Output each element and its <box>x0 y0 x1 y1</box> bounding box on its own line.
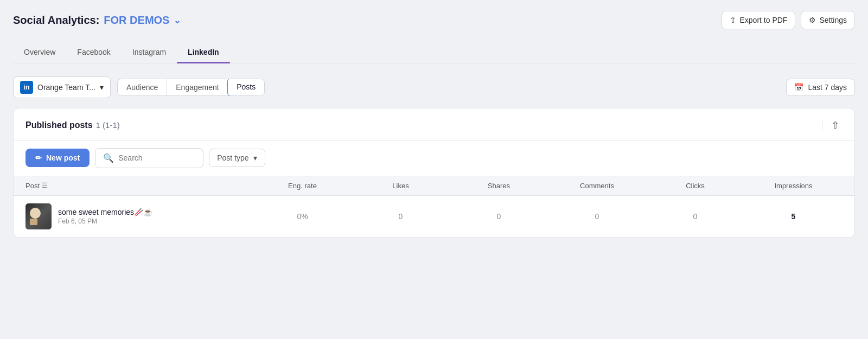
post-thumbnail-inner <box>25 203 52 229</box>
post-info: some sweet memories🥢☕ Feb 6, 05 PM <box>58 208 152 225</box>
post-cell: some sweet memories🥢☕ Feb 6, 05 PM <box>25 203 253 229</box>
upload-icon: ⇧ <box>730 16 736 24</box>
col-post-label: Post <box>25 182 40 190</box>
col-clicks-label: Clicks <box>686 182 705 190</box>
post-type-dropdown[interactable]: Post type ▾ <box>209 149 265 167</box>
segment-tab-audience[interactable]: Audience <box>118 79 167 95</box>
new-post-button[interactable]: ✏ New post <box>25 149 90 167</box>
col-eng-rate-label: Eng. rate <box>288 182 317 190</box>
card-title-text: Published posts <box>25 120 93 130</box>
chevron-down-icon: ▾ <box>253 153 257 162</box>
filter-icon[interactable]: ☰ <box>42 182 48 189</box>
col-post: Post ☰ <box>25 182 253 190</box>
post-title: some sweet memories🥢☕ <box>58 208 152 216</box>
calendar-icon: 📅 <box>794 83 803 92</box>
new-post-label: New post <box>46 153 80 162</box>
posts-toolbar: ✏ New post 🔍 Post type ▾ <box>14 140 854 176</box>
linkedin-logo-icon: in <box>20 81 33 94</box>
col-eng-rate: Eng. rate <box>253 182 352 190</box>
cell-likes: 0 <box>352 212 450 221</box>
export-pdf-label: Export to PDF <box>739 16 787 24</box>
account-name: Orange Team T... <box>37 83 95 92</box>
cell-impressions: 5 <box>744 212 843 221</box>
cell-clicks: 0 <box>646 212 744 221</box>
page-title: Social Analytics: FOR DEMOS ⌄ <box>13 14 181 27</box>
pencil-icon: ✏ <box>35 153 42 162</box>
account-selector[interactable]: in Orange Team T... ▾ <box>13 76 111 98</box>
table-header: Post ☰ Eng. rate Likes Shares Comments C… <box>14 176 854 196</box>
col-impressions-label: Impressions <box>774 182 812 190</box>
card-export-button[interactable]: ⇧ <box>828 118 843 132</box>
divider <box>822 119 822 131</box>
search-input-wrap[interactable]: 🔍 <box>95 148 203 168</box>
cell-shares: 0 <box>450 212 548 221</box>
tab-instagram[interactable]: Instagram <box>122 42 177 63</box>
date-range-label: Last 7 days <box>808 83 847 92</box>
cell-comments: 0 <box>548 212 646 221</box>
brand-name: FOR DEMOS <box>104 14 169 27</box>
post-thumbnail <box>25 203 52 229</box>
export-pdf-button[interactable]: ⇧ Export to PDF <box>722 11 795 29</box>
tab-facebook[interactable]: Facebook <box>66 42 121 63</box>
col-shares-label: Shares <box>488 182 510 190</box>
title-static: Social Analytics: <box>13 14 99 27</box>
sub-header-left: in Orange Team T... ▾ Audience Engagemen… <box>13 76 265 98</box>
col-likes-label: Likes <box>392 182 409 190</box>
card-title: Published posts 1 (1-1) <box>25 120 120 130</box>
col-shares: Shares <box>450 182 548 190</box>
tab-linkedin[interactable]: LinkedIn <box>177 42 230 63</box>
thumbnail-mug <box>30 219 37 225</box>
segment-tab-posts[interactable]: Posts <box>227 79 265 96</box>
published-posts-card: Published posts 1 (1-1) ⇧ ✏ New post 🔍 P… <box>13 108 855 238</box>
chevron-down-icon: ▾ <box>100 83 104 92</box>
segment-tabs: Audience Engagement Posts <box>117 79 265 96</box>
post-date: Feb 6, 05 PM <box>58 218 152 225</box>
page-header: Social Analytics: FOR DEMOS ⌄ ⇧ Export t… <box>13 11 855 29</box>
col-impressions: Impressions <box>744 182 843 190</box>
main-tabs: Overview Facebook Instagram LinkedIn <box>13 42 855 63</box>
col-likes: Likes <box>352 182 450 190</box>
col-clicks: Clicks <box>646 182 744 190</box>
date-range-picker[interactable]: 📅 Last 7 days <box>786 79 855 96</box>
col-comments: Comments <box>548 182 646 190</box>
table-row: some sweet memories🥢☕ Feb 6, 05 PM 0% 0 … <box>14 196 854 238</box>
gear-icon: ⚙ <box>809 16 816 24</box>
chevron-down-icon[interactable]: ⌄ <box>174 15 181 25</box>
post-type-label: Post type <box>217 153 248 162</box>
col-comments-label: Comments <box>580 182 614 190</box>
settings-button[interactable]: ⚙ Settings <box>801 11 855 29</box>
cell-eng-rate: 0% <box>253 212 352 221</box>
search-icon: 🔍 <box>103 153 114 163</box>
card-count: 1 (1-1) <box>96 120 120 130</box>
search-input[interactable] <box>118 153 195 162</box>
header-actions: ⇧ Export to PDF ⚙ Settings <box>722 11 855 29</box>
sub-header: in Orange Team T... ▾ Audience Engagemen… <box>13 76 855 98</box>
card-header: Published posts 1 (1-1) ⇧ <box>14 108 854 140</box>
card-header-actions: ⇧ <box>822 118 843 132</box>
thumbnail-circle <box>30 208 41 219</box>
settings-label: Settings <box>819 16 847 24</box>
tab-overview[interactable]: Overview <box>13 42 66 63</box>
segment-tab-engagement[interactable]: Engagement <box>167 79 228 95</box>
